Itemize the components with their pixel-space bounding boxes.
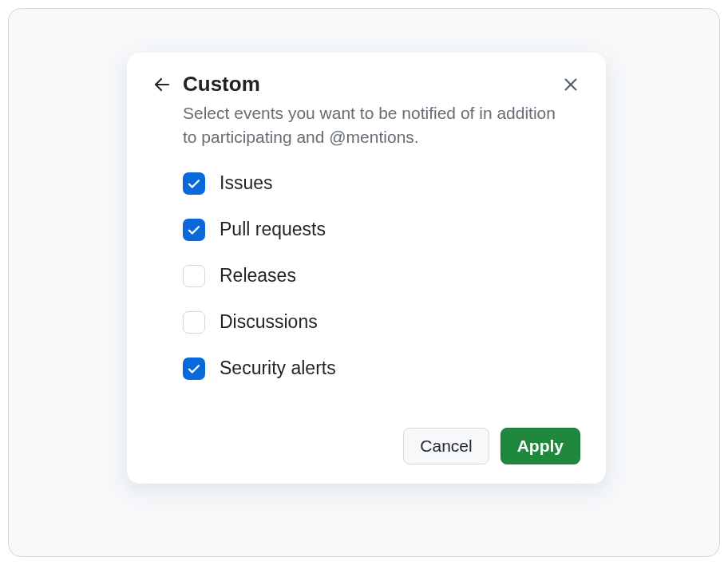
- dialog-header: Custom: [152, 72, 580, 97]
- option-label: Releases: [220, 265, 296, 286]
- checkbox[interactable]: [183, 358, 205, 380]
- cancel-button[interactable]: Cancel: [403, 428, 489, 464]
- option-label: Security alerts: [220, 358, 336, 379]
- dialog-footer: Cancel Apply: [152, 428, 580, 464]
- checkbox[interactable]: [183, 219, 205, 241]
- option-row[interactable]: Issues: [183, 172, 580, 195]
- option-label: Discussions: [220, 311, 318, 333]
- checkbox[interactable]: [183, 172, 205, 195]
- checkbox[interactable]: [183, 265, 205, 287]
- option-row[interactable]: Discussions: [183, 311, 580, 334]
- option-row[interactable]: Releases: [183, 265, 580, 287]
- dialog-subtitle: Select events you want to be notified of…: [183, 101, 566, 150]
- option-label: Issues: [220, 172, 272, 194]
- title-row: Custom: [152, 72, 260, 97]
- dialog-title: Custom: [183, 72, 260, 97]
- checkbox[interactable]: [183, 311, 205, 334]
- options-list: IssuesPull requestsReleasesDiscussionsSe…: [183, 172, 580, 380]
- back-arrow-icon[interactable]: [152, 75, 172, 94]
- option-row[interactable]: Security alerts: [183, 358, 580, 380]
- option-row[interactable]: Pull requests: [183, 219, 580, 241]
- close-icon[interactable]: [561, 75, 580, 94]
- page-background: Custom Select events you want to be noti…: [8, 8, 720, 557]
- custom-notifications-dialog: Custom Select events you want to be noti…: [127, 53, 606, 484]
- apply-button[interactable]: Apply: [500, 428, 580, 464]
- option-label: Pull requests: [220, 219, 326, 240]
